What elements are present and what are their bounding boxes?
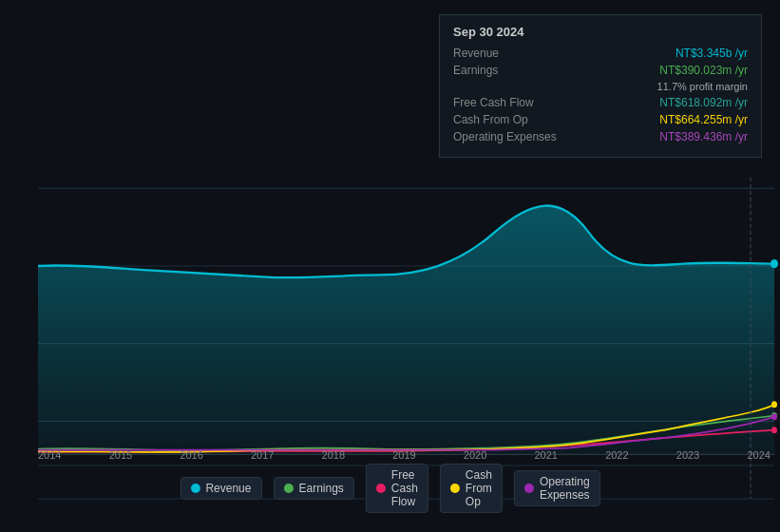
x-label-2021: 2021 bbox=[534, 449, 557, 461]
legend-label-opex: Operating Expenses bbox=[540, 475, 590, 502]
tooltip-row-fcf: Free Cash Flow NT$618.092m /yr bbox=[453, 96, 748, 109]
tooltip-value-fcf: NT$618.092m /yr bbox=[659, 96, 748, 109]
x-axis: 2014 2015 2016 2017 2018 2019 2020 2021 … bbox=[38, 446, 770, 461]
tooltip-label-revenue: Revenue bbox=[453, 47, 567, 60]
legend-label-cashfromop: Cash From Op bbox=[466, 468, 492, 508]
x-label-2020: 2020 bbox=[464, 449, 486, 461]
legend-label-fcf: Free Cash Flow bbox=[391, 468, 418, 508]
x-label-2023: 2023 bbox=[676, 449, 699, 461]
legend-label-revenue: Revenue bbox=[205, 482, 251, 495]
tooltip-value-cashfromop: NT$664.255m /yr bbox=[659, 113, 748, 126]
tooltip-label-cashfromop: Cash From Op bbox=[453, 113, 567, 126]
x-label-2022: 2022 bbox=[605, 449, 628, 461]
tooltip: Sep 30 2024 Revenue NT$3.345b /yr Earnin… bbox=[439, 14, 762, 158]
x-label-2019: 2019 bbox=[392, 449, 415, 461]
legend-dot-revenue bbox=[190, 484, 200, 493]
x-label-2016: 2016 bbox=[180, 449, 202, 461]
tooltip-profit-margin: 11.7% profit margin bbox=[657, 81, 748, 92]
x-label-2024: 2024 bbox=[747, 449, 770, 461]
svg-point-11 bbox=[771, 401, 777, 408]
tooltip-label-earnings: Earnings bbox=[453, 64, 567, 77]
legend-item-earnings[interactable]: Earnings bbox=[273, 477, 353, 500]
legend-label-earnings: Earnings bbox=[298, 482, 343, 495]
tooltip-row-earnings: Earnings NT$390.023m /yr bbox=[453, 64, 748, 77]
tooltip-row-revenue: Revenue NT$3.345b /yr bbox=[453, 47, 748, 60]
legend-item-fcf[interactable]: Free Cash Flow bbox=[366, 464, 428, 513]
svg-point-12 bbox=[771, 413, 777, 420]
legend: Revenue Earnings Free Cash Flow Cash Fro… bbox=[180, 464, 599, 513]
legend-dot-earnings bbox=[283, 484, 293, 493]
legend-dot-fcf bbox=[376, 484, 386, 493]
x-label-2014: 2014 bbox=[38, 449, 61, 461]
x-label-2018: 2018 bbox=[322, 449, 345, 461]
tooltip-row-opex: Operating Expenses NT$389.436m /yr bbox=[453, 130, 748, 143]
legend-item-opex[interactable]: Operating Expenses bbox=[514, 470, 600, 506]
tooltip-value-opex: NT$389.436m /yr bbox=[659, 130, 748, 143]
legend-item-revenue[interactable]: Revenue bbox=[180, 477, 261, 500]
x-label-2015: 2015 bbox=[109, 449, 132, 461]
x-label-2017: 2017 bbox=[251, 449, 274, 461]
tooltip-label-fcf: Free Cash Flow bbox=[453, 96, 567, 109]
tooltip-value-earnings: NT$390.023m /yr bbox=[659, 64, 748, 77]
tooltip-profit-margin-row: 11.7% profit margin bbox=[453, 81, 748, 92]
svg-point-8 bbox=[770, 259, 778, 268]
tooltip-value-revenue: NT$3.345b /yr bbox=[675, 47, 748, 60]
legend-item-cashfromop[interactable]: Cash From Op bbox=[440, 464, 503, 513]
chart-container: Sep 30 2024 Revenue NT$3.345b /yr Earnin… bbox=[0, 0, 780, 532]
tooltip-date: Sep 30 2024 bbox=[453, 25, 748, 39]
legend-dot-cashfromop bbox=[450, 484, 460, 493]
svg-point-10 bbox=[771, 427, 777, 433]
tooltip-row-cashfromop: Cash From Op NT$664.255m /yr bbox=[453, 113, 748, 126]
tooltip-label-opex: Operating Expenses bbox=[453, 130, 567, 143]
legend-dot-opex bbox=[524, 484, 534, 493]
